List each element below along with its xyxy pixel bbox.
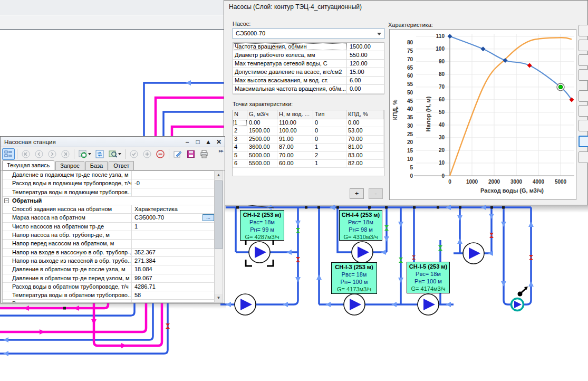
pump-symbol-lower-left[interactable] [235,294,256,315]
points-row[interactable]: 65500.0060.00182.00 [233,160,384,168]
points-label: Точки характеристики: [233,101,293,107]
next-record-button [46,148,59,160]
tab-3[interactable]: База [85,161,108,170]
pump-symbol-sn-i-4[interactable] [352,242,373,263]
chart-tool-button[interactable] [579,105,588,117]
collapse-icon[interactable]: ▲ [205,138,212,146]
points-cell: 2 [233,127,247,135]
points-cell: 53.00 [346,127,384,135]
pump-property-row[interactable]: Мах температура сетевой воды, С120.00 [233,60,384,68]
station-property-row[interactable]: Время прохождения воды от источника, мин [3,300,215,303]
refresh-button[interactable] [93,148,106,160]
pump-symbol-right-upper[interactable] [463,243,484,264]
points-row[interactable]: 32500.0091.00070.00 [233,136,384,144]
chart-label: Характеристика: [388,22,433,28]
tab-4[interactable]: Ответ [109,161,134,170]
station-property-row[interactable]: Давление в подающем тр-де после узла, м [3,171,215,179]
chart-tool-button[interactable] [579,25,588,36]
tab-2[interactable]: Запрос [55,161,84,170]
pump-symbol-sn-i-3[interactable] [344,294,365,315]
curve-point-marker[interactable] [527,63,532,68]
property-value: СЭ5000-70... [132,214,215,222]
station-property-row[interactable]: Давление в обратном тр-де перед узлом, м… [3,274,215,283]
tab-1[interactable]: Текущая запись [2,160,54,170]
pump-property-row[interactable]: Допустимое давление на всасе, кгс/см215.… [233,68,384,77]
points-column-header[interactable]: Н, м вод. ... [277,110,313,119]
curve-point-marker[interactable] [448,34,452,39]
station-property-row[interactable]: Напор на выходе из насосной в обр. трубо… [3,257,215,265]
station-label-sn-i-3[interactable]: СН-I-3 (253 м) Рвс= 18м Рн= 100 м G= 417… [331,262,377,294]
edit-button[interactable] [171,148,184,160]
pump-property-row[interactable]: Диаметр рабочего колеса, мм550.00 [233,51,384,60]
station-label-sn-i-5[interactable]: СН-I-5 (253 м) Рвс= 18м Рн= 100 м G= 417… [407,262,450,293]
chart-tool-button[interactable] [579,136,588,147]
group-row[interactable]: −Обратный [3,197,215,205]
station-label-sn-i-4[interactable]: СН-I-4 (253 м) Рвс= 18м Рн= 98 м G= 4310… [339,210,382,241]
points-column-header[interactable]: G, м3/ч [247,110,277,119]
station-property-row[interactable]: Температура воды в обратном трубопрово..… [3,291,215,300]
property-label: Напор перед насосом на обратном, м [3,240,132,247]
chart-tool-button[interactable] [579,151,588,163]
pump-properties-grid[interactable]: Частота вращения, об/мин1500.00Диаметр р… [233,42,384,94]
points-cell: 6 [233,160,247,167]
curve-point-marker[interactable] [481,46,486,51]
station-label-sn-i-2[interactable]: СН-I-2 (253 м) Рвс= 18м Рн= 99 м G= 4287… [240,210,284,241]
station-property-row[interactable]: Давление в обратном тр-де после узла, м1… [3,265,215,274]
curve-point-marker[interactable] [503,58,508,63]
station-property-row[interactable]: Расход воды в подающем трубопроводе, т/ч… [3,179,215,188]
svg-text:50: 50 [439,109,445,115]
chart-tool-button[interactable] [579,69,588,81]
station-label-line: Рвс= 18м [332,271,377,278]
station-property-row[interactable]: Число насосов на обратном тр-де1 [3,223,215,231]
find-on-map-button[interactable] [107,148,123,160]
scroll-up-icon[interactable]: ▲ [215,171,223,179]
points-row[interactable]: 43600.0087.00181.00 [233,144,384,151]
chart-tool-button[interactable] [579,90,588,102]
pumps-dialog-title[interactable]: Насосы (Слой: контур ТЭЦ-4_ситуационный) [224,1,587,13]
points-table[interactable]: NG, м3/чН, м вод. ...ТипКПД, %10.00110.0… [232,110,384,176]
close-icon[interactable]: ✕ [215,138,223,146]
property-label: Температура воды в обратном трубопрово..… [3,291,132,299]
points-column-header[interactable]: Тип [313,110,346,119]
pump-symbol-small-teal[interactable] [512,299,524,311]
station-property-row[interactable]: Напор перед насосом на обратном, м [3,240,215,248]
save-icon[interactable] [185,148,197,160]
record-view-button[interactable] [2,148,15,160]
minimize-icon[interactable]: – [184,138,191,146]
station-properties-grid[interactable]: Давление в подающем тр-де после узла, мР… [2,170,215,303]
station-property-row[interactable]: Расход воды в обратном трубопроводе, т/ч… [3,283,215,291]
print-button[interactable] [198,148,210,160]
points-row[interactable]: 21500.00100.00053.00 [233,127,384,135]
ellipsis-button[interactable]: ... [203,214,214,221]
station-label-title: СН-I-4 (253 м) [340,211,382,218]
station-property-row[interactable]: Напор на входе в насосную в обр. трубопр… [3,249,215,257]
chart-tool-button[interactable] [579,120,588,131]
station-label-line: G= 4287м3/ч [240,233,284,241]
points-row[interactable]: 10.00110.0000.00 [233,119,384,127]
station-property-row[interactable]: Марка насоса на обратномСЭ5000-70... [3,214,215,222]
execute-query-button[interactable] [76,148,93,160]
chart-tool-button[interactable] [579,54,588,66]
pump-symbol-sn-i-5[interactable] [418,294,439,315]
pump-property-row[interactable]: Максимальная частота вращения, об/м...0.… [233,85,384,93]
station-grid-scrollbar[interactable]: ▲ ▼ [214,170,223,303]
scroll-down-icon[interactable]: ▼ [215,294,223,302]
station-property-row[interactable]: Способ задания насоса на обратномХаракте… [3,205,215,214]
pump-property-row[interactable]: Мах высота всасывания, м вод. ст.6.00 [233,77,384,85]
toolbar-overflow-icon[interactable]: ▸▸ [219,148,223,154]
pump-select-combobox[interactable]: СЭ5000-70 [233,28,384,39]
pump-symbol-sn-i-2[interactable] [249,242,270,263]
scrollbar-thumb[interactable] [215,180,223,249]
points-row[interactable]: 55000.0070.00283.00 [233,152,384,160]
add-point-button[interactable]: + [350,188,364,199]
station-property-row[interactable]: Температура воды в подающем трубопров... [3,188,215,197]
station-property-row[interactable]: Напор насоса на обр. трубопр-де, м [3,231,215,240]
chart-tool-button[interactable] [579,40,588,51]
points-cell: 1 [313,160,346,167]
maximize-icon[interactable]: □ [194,138,201,146]
points-column-header[interactable]: КПД, % [346,110,384,119]
delete-record-button[interactable] [154,148,167,160]
toolbar-separator [74,149,74,159]
points-column-header[interactable]: N [233,110,247,119]
pump-property-row[interactable]: Частота вращения, об/мин1500.00 [233,43,384,51]
